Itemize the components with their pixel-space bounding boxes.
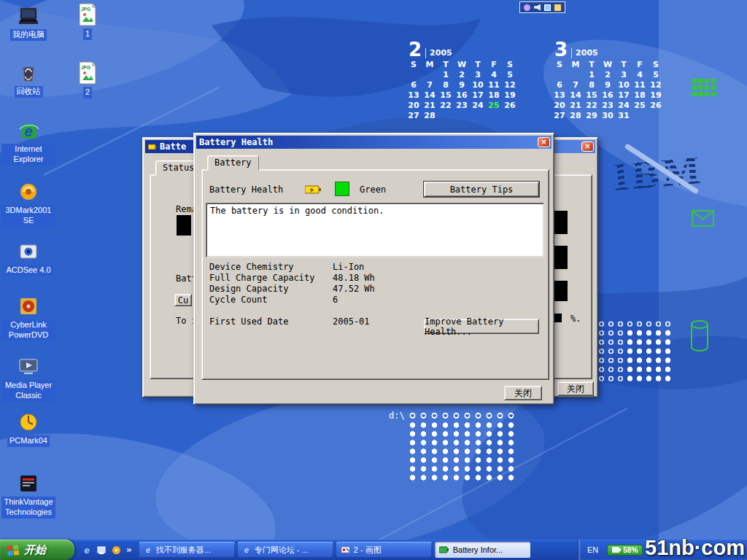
calendar-year: 2005 bbox=[425, 48, 452, 58]
volume-icon[interactable] bbox=[534, 4, 541, 11]
calendar-day-cell bbox=[568, 70, 584, 80]
calendar-day-cell bbox=[648, 111, 664, 121]
calendar-day-cell: 9 bbox=[600, 80, 616, 90]
recycle-bin-icon bbox=[17, 61, 40, 85]
calendar-day-cell: 15 bbox=[584, 90, 600, 101]
field-row: Full Charge Capacity 48.18 Wh bbox=[209, 273, 375, 284]
field-value: 2005-01 bbox=[333, 316, 370, 327]
calendar-day-cell: 23 bbox=[600, 101, 616, 111]
calendar-days-grid: 1234567891011121314151617181920212223242… bbox=[551, 70, 667, 121]
calendar-day-cell: 11 bbox=[632, 80, 648, 90]
calendar-day-cell: 8 bbox=[584, 80, 600, 90]
taskbar-button-battery-information[interactable]: Battery Infor... bbox=[435, 542, 530, 558]
quick-launch-overflow-chevron[interactable]: » bbox=[126, 545, 132, 555]
battery-percent: 58% bbox=[623, 546, 638, 554]
media-player-icon[interactable] bbox=[112, 545, 121, 555]
desktop-icon-file-2[interactable]: JPG 2 bbox=[75, 61, 100, 98]
calendar-day-cell: 6 bbox=[551, 80, 568, 90]
desktop-icon-recycle-bin[interactable]: 回收站 bbox=[1, 61, 55, 98]
desktop-icon-powerdvd[interactable]: CyberLink PowerDVD bbox=[1, 295, 55, 341]
show-desktop-icon[interactable] bbox=[97, 545, 107, 555]
battery-tips-button[interactable]: Battery Tips bbox=[424, 182, 539, 197]
close-icon[interactable]: × bbox=[538, 137, 550, 147]
desktop-icon-internet-explorer[interactable]: e Internet Explorer bbox=[1, 119, 55, 166]
icon-label: 2 bbox=[83, 87, 92, 98]
envelope-icon bbox=[692, 210, 715, 228]
calendar-dow-cell: S bbox=[551, 60, 568, 70]
jpg-badge: JPG bbox=[81, 65, 90, 70]
internet-explorer-icon[interactable]: e bbox=[82, 545, 92, 555]
icon-label: ACDSee 4.0 bbox=[4, 265, 53, 276]
calendar-day-cell: 20 bbox=[406, 101, 422, 111]
calendar-february: 2 2005 SMTWTFS 1234567891011121314151617… bbox=[406, 41, 521, 121]
icon-label: 回收站 bbox=[15, 86, 43, 98]
desktop-icon-acdsee[interactable]: ACDSee 4.0 bbox=[1, 240, 55, 276]
3dmark-icon bbox=[17, 180, 40, 203]
calendar-day-cell: 19 bbox=[648, 90, 664, 101]
calendar-day-cell: 13 bbox=[406, 90, 422, 101]
cu-button-fragment[interactable]: Cu bbox=[174, 294, 192, 306]
calendar-day-cell: 1 bbox=[584, 70, 600, 80]
desktop-icon-3dmark2001[interactable]: 3DMark2001 SE bbox=[1, 180, 55, 227]
calendar-dow-row: SMTWTFS bbox=[551, 60, 667, 70]
close-icon[interactable]: × bbox=[581, 141, 594, 152]
field-label: Design Capacity bbox=[209, 284, 333, 295]
field-row: Device Chemistry Li-Ion bbox=[209, 262, 375, 273]
desktop-icon-my-computer[interactable]: 我的电脑 bbox=[1, 4, 55, 41]
battery-tray-indicator[interactable]: 58% bbox=[607, 545, 643, 556]
improve-battery-health-button[interactable]: Improve Battery Health... bbox=[424, 319, 539, 334]
ibm-logo: IBM bbox=[611, 146, 705, 201]
floating-toolbar[interactable] bbox=[519, 1, 565, 13]
internet-explorer-icon: e bbox=[17, 119, 40, 142]
calendar-day-cell: 26 bbox=[502, 101, 518, 111]
calendar-day-cell: 18 bbox=[486, 90, 502, 101]
close-button[interactable]: 关闭 bbox=[557, 381, 594, 396]
dot-grid-filled-overlay bbox=[625, 328, 673, 384]
battery-health-titlebar[interactable]: Battery Health × bbox=[196, 136, 551, 149]
display-icon[interactable] bbox=[544, 4, 551, 11]
desktop-icon-thinkvantage[interactable]: ThinkVantage Technologies bbox=[1, 472, 55, 518]
calendar-day-cell bbox=[486, 111, 502, 121]
health-status-text: Green bbox=[360, 184, 386, 195]
calendar-day-cell: 13 bbox=[551, 90, 568, 101]
calendar-year: 2005 bbox=[571, 48, 598, 58]
calendar-dow-cell: F bbox=[632, 60, 648, 70]
icon-label: ThinkVantage Technologies bbox=[1, 497, 55, 518]
paint-icon bbox=[341, 545, 350, 554]
start-button[interactable]: 开始 bbox=[0, 540, 74, 560]
taskbar-button-paint[interactable]: 2 - 画图 bbox=[336, 542, 432, 558]
taskbar: 开始 e » e 找不到服务器... e 专门网论坛 - ... 2 - 画图 bbox=[0, 540, 747, 560]
desktop-icon-pcmark04[interactable]: PCMark04 bbox=[1, 411, 55, 447]
taskbar-button-forum[interactable]: e 专门网论坛 - ... bbox=[238, 542, 333, 558]
tab-battery[interactable]: Battery bbox=[207, 155, 259, 171]
taskbar-button-server-not-found[interactable]: e 找不到服务器... bbox=[139, 542, 235, 558]
magnifier-icon[interactable] bbox=[524, 4, 530, 11]
calendar-day-cell: 19 bbox=[502, 90, 518, 101]
quick-launch: e » bbox=[74, 540, 136, 560]
icon-label: CyberLink PowerDVD bbox=[1, 319, 55, 341]
calendar-dow-cell: S bbox=[648, 60, 664, 70]
language-indicator[interactable]: EN bbox=[587, 545, 598, 554]
calendar-day-cell: 15 bbox=[438, 90, 454, 101]
close-button[interactable]: 关闭 bbox=[504, 386, 542, 400]
calendar-day-cell: 27 bbox=[551, 111, 568, 121]
desktop-icon-file-1[interactable]: JPG 1 bbox=[75, 2, 100, 40]
field-label: Cycle Count bbox=[209, 295, 333, 306]
calendar-dow-cell: W bbox=[600, 60, 616, 70]
calendar-day-cell: 14 bbox=[568, 90, 584, 101]
calendar-day-cell: 5 bbox=[648, 70, 664, 80]
calendar-day-cell: 20 bbox=[551, 101, 568, 111]
field-row: Design Capacity 47.52 Wh bbox=[209, 284, 375, 295]
calendar-day-cell: 4 bbox=[486, 70, 502, 80]
calendar-day-cell: 7 bbox=[568, 80, 584, 90]
calendar-day-cell bbox=[502, 111, 518, 121]
cylinder-icon bbox=[689, 319, 710, 353]
calendar-day-cell: 25 bbox=[486, 101, 502, 111]
calendar-day-cell: 16 bbox=[454, 90, 470, 101]
calendar-day-cell: 9 bbox=[454, 80, 470, 90]
calendar-day-cell: 24 bbox=[616, 101, 632, 111]
calendar-day-cell: 10 bbox=[616, 80, 632, 90]
keyboard-icon[interactable] bbox=[554, 4, 561, 11]
desktop-icon-media-player-classic[interactable]: Media Player Classic bbox=[1, 355, 55, 402]
calendar-day-cell: 12 bbox=[648, 80, 664, 90]
